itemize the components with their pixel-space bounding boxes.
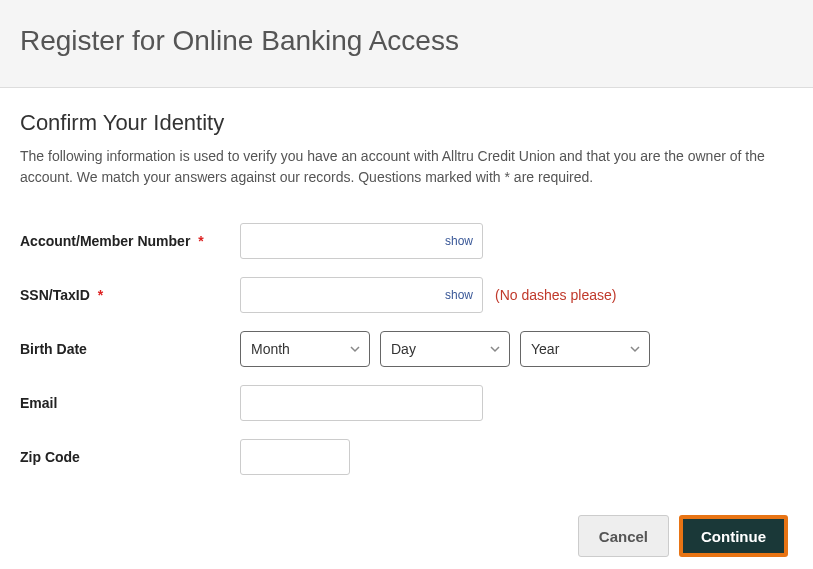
row-account: Account/Member Number * show (20, 223, 793, 259)
page-header: Register for Online Banking Access (0, 0, 813, 88)
year-select-wrap: Year (520, 331, 650, 367)
row-birthdate: Birth Date Month Day Year (20, 331, 793, 367)
row-zip: Zip Code (20, 439, 793, 475)
required-mark: * (198, 233, 203, 249)
ssn-hint: (No dashes please) (495, 287, 616, 303)
required-mark: * (98, 287, 103, 303)
day-select-wrap: Day (380, 331, 510, 367)
email-input[interactable] (240, 385, 483, 421)
row-ssn: SSN/TaxID * show (No dashes please) (20, 277, 793, 313)
continue-button[interactable]: Continue (679, 515, 788, 557)
year-select[interactable]: Year (520, 331, 650, 367)
label-account-text: Account/Member Number (20, 233, 190, 249)
year-select-value: Year (531, 341, 559, 357)
account-field-wrap: show (240, 223, 483, 259)
content: Confirm Your Identity The following info… (0, 88, 813, 569)
ssn-show-button[interactable]: show (445, 288, 473, 302)
month-select[interactable]: Month (240, 331, 370, 367)
day-select[interactable]: Day (380, 331, 510, 367)
label-account: Account/Member Number * (20, 233, 240, 249)
section-title: Confirm Your Identity (20, 110, 793, 136)
day-select-value: Day (391, 341, 416, 357)
label-email: Email (20, 395, 240, 411)
page-title: Register for Online Banking Access (20, 25, 793, 57)
label-birthdate: Birth Date (20, 341, 240, 357)
label-ssn: SSN/TaxID * (20, 287, 240, 303)
row-email: Email (20, 385, 793, 421)
month-select-value: Month (251, 341, 290, 357)
zip-input[interactable] (240, 439, 350, 475)
ssn-field-wrap: show (240, 277, 483, 313)
section-description: The following information is used to ver… (20, 146, 793, 188)
label-zip: Zip Code (20, 449, 240, 465)
label-ssn-text: SSN/TaxID (20, 287, 90, 303)
cancel-button[interactable]: Cancel (578, 515, 669, 557)
account-show-button[interactable]: show (445, 234, 473, 248)
month-select-wrap: Month (240, 331, 370, 367)
button-row: Cancel Continue (20, 515, 793, 557)
